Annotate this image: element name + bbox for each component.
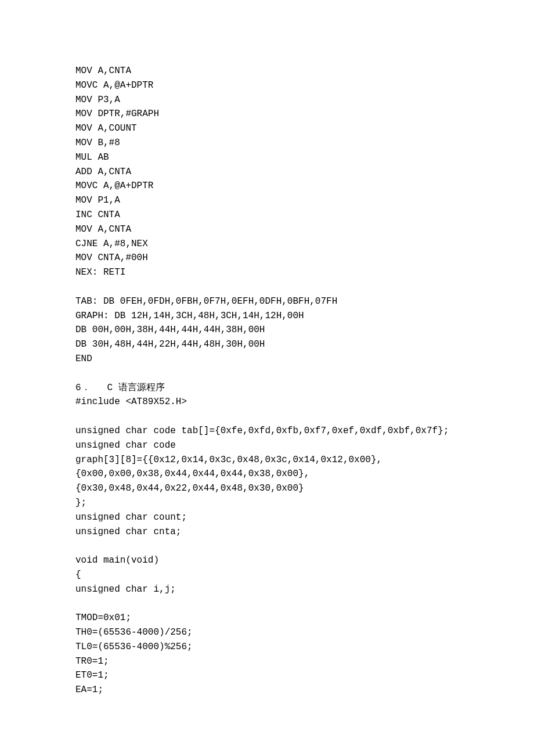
code-line: {0x00,0x00,0x38,0x44,0x44,0x44,0x38,0x00…	[75, 467, 459, 481]
code-line: ADD A,CNTA	[75, 165, 459, 179]
code-line: unsigned char cnta;	[75, 525, 459, 539]
code-line: INC CNTA	[75, 208, 459, 222]
code-line: unsigned char code tab[]={0xfe,0xfd,0xfb…	[75, 424, 459, 438]
code-line: MOV A,CNTA	[75, 222, 459, 237]
code-line: #include <AT89X52.H>	[75, 395, 459, 409]
code-line: END	[75, 352, 459, 366]
code-line: };	[75, 496, 459, 510]
code-line: MOV P3,A	[75, 93, 459, 107]
blank-line	[75, 539, 459, 553]
code-line: MOV A,CNTA	[75, 64, 459, 78]
code-line: MOVC A,@A+DPTR	[75, 78, 459, 93]
blank-line	[75, 409, 459, 424]
code-line: ET0=1;	[75, 668, 459, 683]
code-line: unsigned char i,j;	[75, 582, 459, 597]
blank-line	[75, 280, 459, 294]
code-line: MOV B,#8	[75, 136, 459, 150]
code-line: unsigned char count;	[75, 510, 459, 525]
code-line: DB 00H,00H,38H,44H,44H,44H,38H,00H	[75, 323, 459, 337]
code-line: TMOD=0x01;	[75, 611, 459, 625]
code-line: EA=1;	[75, 683, 459, 697]
blank-line	[75, 366, 459, 381]
section-heading: 6． C 语言源程序	[75, 381, 459, 395]
code-line: TR0=1;	[75, 654, 459, 669]
code-line: unsigned char code	[75, 438, 459, 453]
code-line: TAB: DB 0FEH,0FDH,0FBH,0F7H,0EFH,0DFH,0B…	[75, 294, 459, 309]
code-line: {	[75, 568, 459, 582]
blank-line	[75, 596, 459, 611]
code-line: DB 30H,48H,44H,22H,44H,48H,30H,00H	[75, 337, 459, 352]
code-line: {0x30,0x48,0x44,0x22,0x44,0x48,0x30,0x00…	[75, 481, 459, 496]
code-line: void main(void)	[75, 553, 459, 568]
code-line: MOV DPTR,#GRAPH	[75, 107, 459, 121]
document-page: MOV A,CNTA MOVC A,@A+DPTR MOV P3,A MOV D…	[0, 0, 534, 697]
code-line: GRAPH: DB 12H,14H,3CH,48H,3CH,14H,12H,00…	[75, 309, 459, 323]
code-line: MOV CNTA,#00H	[75, 251, 459, 265]
code-line: TH0=(65536-4000)/256;	[75, 625, 459, 640]
code-line: MOV A,COUNT	[75, 121, 459, 136]
code-line: CJNE A,#8,NEX	[75, 237, 459, 251]
code-line: graph[3][8]={{0x12,0x14,0x3c,0x48,0x3c,0…	[75, 453, 459, 467]
code-line: TL0=(65536-4000)%256;	[75, 640, 459, 654]
code-line: MOVC A,@A+DPTR	[75, 179, 459, 193]
code-line: MOV P1,A	[75, 193, 459, 208]
code-line: NEX: RETI	[75, 265, 459, 280]
code-line: MUL AB	[75, 150, 459, 165]
